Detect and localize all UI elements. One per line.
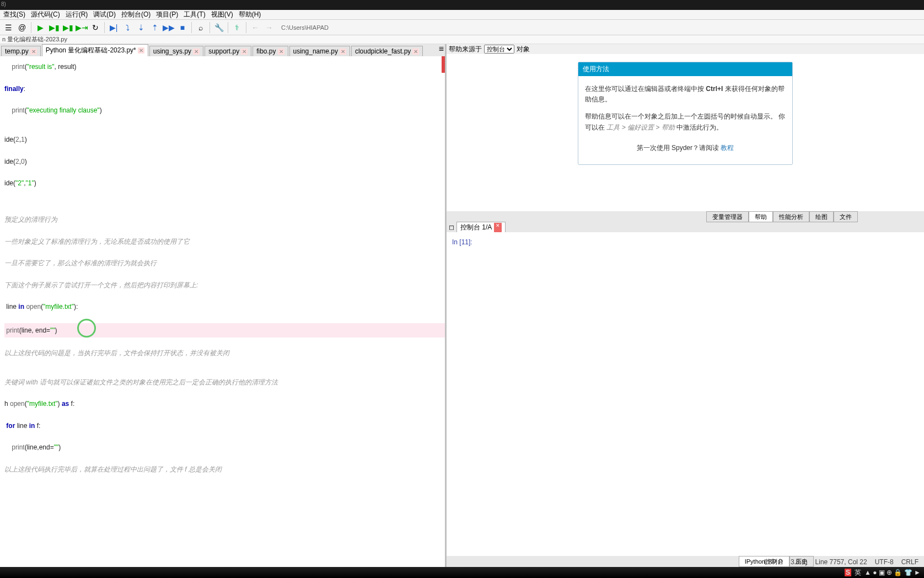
back-icon[interactable]: ← [249,22,261,34]
menu-item[interactable]: 帮助(H) [237,10,264,19]
menu-item[interactable]: 控制台(O) [119,10,153,19]
code-line [4,147,445,154]
help-card-title: 使用方法 [578,62,792,76]
help-paragraph-1: 在这里你可以通过在编辑器或者终端中按 Ctrl+I 来获得任何对象的帮助信息。 [585,84,786,105]
debug-step-out-icon[interactable]: ⇡ [149,22,161,34]
editor-tab[interactable]: support.py✕ [205,46,251,56]
debug-run-icon[interactable]: ▶▶ [163,22,175,34]
run-cell-icon[interactable]: ▶▮ [48,22,60,34]
close-icon[interactable]: ✕ [340,49,346,55]
rerun-icon[interactable]: ↻ [89,22,101,34]
code-line: for line in f: [4,419,445,433]
tab-label: cloudpickle_fast.py [355,47,411,55]
code-line [4,227,445,234]
ime-lang-icon[interactable]: 英 [855,568,861,577]
code-line: h open("myfile.txt") as f: [4,397,445,411]
editor-tab[interactable]: fibo.py✕ [253,46,288,56]
menu-item[interactable]: 运行(R) [63,10,90,19]
close-icon[interactable]: ✕ [412,49,419,55]
close-icon[interactable]: ✕ [241,49,248,55]
help-body: 使用方法 在这里你可以通过在编辑器或者终端中按 Ctrl+I 来获得任何对象的帮… [447,54,924,211]
code-line [4,249,445,256]
code-line: line in open("myfile.txt"): [4,299,445,314]
close-icon[interactable]: ✕ [494,223,502,232]
panel-tab[interactable]: 文件 [834,211,858,222]
editor-tab[interactable]: using_name.py✕ [289,46,350,56]
code-line: ide(2,1) [4,132,445,147]
code-line: print("executing finally clause") [4,103,445,117]
tab-label: temp.py [5,47,29,55]
run-selection-icon[interactable]: ▶⇥ [76,22,88,34]
menu-item[interactable]: 项目(P) [154,10,180,19]
menu-item[interactable]: 查找(S) [1,10,28,19]
editor-tab[interactable]: using_sys.py✕ [149,46,203,56]
editor-tab[interactable]: Python 量化编程基础-2023.py*✕ [42,44,148,56]
tray-icons-group[interactable]: ▲ ● ▣ ⊕ 🔒 👕 ► [864,569,921,576]
status-lsp: LSP P [764,558,783,566]
tutorial-link[interactable]: 教程 [721,144,734,152]
windows-taskbar[interactable]: S 英 ▲ ● ▣ ⊕ 🔒 👕 ► [0,567,924,578]
console-header: ◻ 控制台 1/A✕ [447,222,924,232]
title-bar: 8) [0,0,924,10]
run-cell-advance-icon[interactable]: ▶▮ [62,22,74,34]
settings-icon[interactable]: 🔧 [213,22,225,34]
status-python: 3.8.8) [791,558,808,566]
status-eol: CRLF [901,558,918,566]
tabs-overflow-icon[interactable]: ≡ [439,44,444,54]
editor-tab[interactable]: cloudpickle_fast.py✕ [351,46,423,56]
console-tab[interactable]: 控制台 1/A✕ [456,222,506,233]
panel-tab[interactable]: 性能分析 [773,211,809,222]
file-path-bar: n 量化编程基础-2023.py [0,35,924,44]
at-icon[interactable]: @ [16,22,28,34]
debug-step-over-icon[interactable]: ⤵ [121,22,133,34]
menu-item[interactable]: 源代码(C) [29,10,62,19]
tab-label: Python 量化编程基础-2023.py* [46,46,136,55]
close-icon[interactable]: ✕ [193,49,200,55]
code-line [4,411,445,419]
code-line [4,125,445,132]
close-icon[interactable]: ✕ [30,49,37,55]
code-line [4,118,445,125]
code-line: print(line, end="") [4,323,445,338]
code-line [4,360,445,367]
run-icon[interactable]: ▶ [34,22,46,34]
panel-tab[interactable]: 绘图 [809,211,834,222]
panel-tab[interactable]: 帮助 [749,211,773,222]
forward-icon[interactable]: → [263,22,275,34]
search-icon[interactable]: ⌕ [195,22,207,34]
status-bar: LSP P 3.8.8) Line 7757, Col 22 UTF-8 CRL… [703,557,924,567]
ipython-console[interactable]: In [11]: [447,232,924,556]
debug-continue-icon[interactable]: ▶| [108,22,120,34]
code-line: finally: [4,82,445,96]
help-card: 使用方法 在这里你可以通过在编辑器或者终端中按 Ctrl+I 来获得任何对象的帮… [578,62,793,165]
debug-step-in-icon[interactable]: ⇣ [135,22,147,34]
python-path-icon[interactable]: ⚕ [231,22,243,34]
debug-stop-icon[interactable]: ■ [176,22,189,34]
help-source-dropdown[interactable]: 控制台 [484,45,514,53]
code-line: ide(2,0) [4,154,445,169]
close-icon[interactable]: ✕ [138,47,144,53]
help-footer: 第一次使用 Spyder？请阅读 教程 [585,140,786,157]
menu-item[interactable]: 调试(D) [91,10,118,19]
menu-bar: 查找(S)源代码(C)运行(R)调试(D)控制台(O)项目(P)工具(T)视图(… [0,10,924,20]
code-line [4,96,445,103]
code-line: ide("2","1") [4,176,445,190]
status-cursor: Line 7757, Col 22 [815,558,867,566]
editor-tab[interactable]: temp.py✕ [1,46,41,56]
console-options-icon[interactable]: ◻ [449,223,454,231]
outline-icon[interactable]: ☰ [2,22,14,34]
help-source-label: 帮助来源于 [449,45,482,54]
system-tray[interactable]: S 英 ▲ ● ▣ ⊕ 🔒 👕 ► [845,568,924,577]
menu-item[interactable]: 工具(T) [181,10,207,19]
editor-pane: temp.py✕Python 量化编程基础-2023.py*✕using_sys… [0,44,447,567]
code-editor[interactable]: print("result is", result) finally: prin… [0,56,445,567]
close-icon[interactable]: ✕ [278,49,284,55]
menu-item[interactable]: 视图(V) [209,10,235,19]
cursor-highlight-icon [77,319,96,338]
tab-label: support.py [208,47,239,55]
help-panel-tabs: 变量管理器帮助性能分析绘图文件 [447,211,924,222]
code-line: 一旦不需要它了，那么这个标准的清理行为就会执行 [4,256,445,270]
ime-sogou-icon[interactable]: S [845,569,851,576]
panel-tab[interactable]: 变量管理器 [706,211,749,222]
code-line [4,455,445,462]
